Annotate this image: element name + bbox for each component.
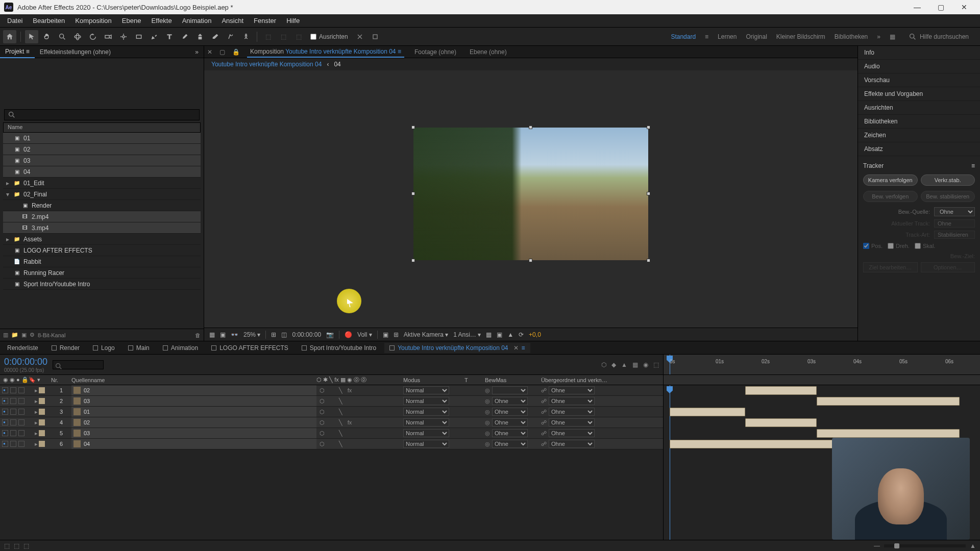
zoom-dropdown[interactable]: 25% ▾ [243,331,260,338]
type-tool-icon[interactable] [163,30,176,43]
timeline-tab[interactable]: LOGO AFTER EFFECTS [206,343,293,353]
warp-stabilizer-button[interactable]: Verkr.stab. [921,174,975,186]
menu-layer[interactable]: Ebene [117,15,146,27]
resize-handle[interactable] [647,259,650,262]
layer-row[interactable]: ▸ 4 02 ⬡╲fx Normal ◎Ohne ☍Ohne [0,417,663,428]
orbit-tool-icon[interactable] [71,30,84,43]
hide-shy-icon[interactable]: ▲ [621,361,627,368]
timeline-tab[interactable]: Youtube Intro verknüpfte Komposition 04 … [384,343,530,353]
timeline-tab[interactable]: Animation [158,343,203,353]
grid-icon[interactable]: ⊞ [394,331,399,338]
toggle-mask-icon[interactable]: ▣ [220,331,226,338]
timeline-tab[interactable]: Renderliste [2,343,43,353]
toggle-in-out-icon[interactable]: ⬚ [23,542,29,549]
timeline-tracks[interactable]: 0s01s02s03s04s05s06s [664,355,980,540]
resize-handle[interactable] [411,126,415,129]
selection-tool-icon[interactable] [25,30,38,43]
layer-bar[interactable] [670,408,745,416]
menu-animation[interactable]: Animation [177,15,217,27]
menu-edit[interactable]: Bearbeiten [28,15,70,27]
layer-row[interactable]: ▸ 3 01 ⬡╲ Normal ◎Ohne ☍Ohne [0,407,663,417]
time-ruler[interactable]: 0s01s02s03s04s05s06s [664,355,980,375]
layer-row[interactable]: ▸ 5 03 ⬡╲ Normal ◎Ohne ☍Ohne [0,428,663,439]
project-item[interactable]: ▣02 [3,144,201,155]
layer-tab[interactable]: Ebene (ohne) [467,47,510,57]
workspace-grid-icon[interactable]: ▦ [890,33,895,40]
toggle-modes-icon[interactable]: ⬚ [14,542,19,549]
timeline-tab[interactable]: Logo [88,343,120,353]
roto-brush-tool-icon[interactable] [224,30,237,43]
mode-column-header[interactable]: Modus [403,377,464,383]
brush-tool-icon[interactable] [178,30,191,43]
3d-icon[interactable]: ▲ [507,331,513,338]
frame-blend-icon[interactable]: ▦ [632,361,638,368]
draft-3d-icon[interactable]: ◆ [611,361,616,368]
channel-icon[interactable]: 🔴 [345,331,352,338]
exposure-value[interactable]: +0,0 [529,331,541,338]
crumb-current[interactable]: 04 [334,61,340,68]
roi-icon[interactable]: ◫ [281,331,287,338]
hand-tool-icon[interactable] [40,30,54,43]
project-item[interactable]: ▣LOGO AFTER EFFECTS [3,245,201,256]
project-item[interactable]: ▣Render [3,200,201,211]
project-item[interactable]: ▣03 [3,155,201,166]
layer-row[interactable]: ▸ 1 02 ⬡╲fx Normal ◎ ☍Ohne [0,385,663,396]
world-axis-icon[interactable]: ⬚ [277,30,290,43]
layer-bounding-box[interactable] [413,128,648,260]
playhead[interactable] [670,355,670,374]
viewer-lock-icon[interactable]: ▢ [219,48,225,56]
project-tab[interactable]: Projekt ≡ [0,46,35,58]
graph-editor-icon[interactable]: ⬚ [653,361,659,368]
interpret-footage-icon[interactable]: ▥ [3,332,8,338]
new-comp-icon[interactable]: ▣ [21,332,27,338]
resize-handle[interactable] [529,126,532,129]
new-folder-icon[interactable]: 📁 [11,332,18,338]
layer-bar[interactable] [817,397,960,406]
camera-tool-icon[interactable] [102,30,115,43]
menu-view[interactable]: Ansicht [216,15,249,27]
effects-panel-header[interactable]: Effekte und Vorgaben [858,87,980,101]
snapping-checkbox[interactable]: Ausrichten [310,33,348,40]
delete-icon[interactable]: 🗑 [195,332,201,338]
layer-bar[interactable] [817,429,960,438]
track-matte-column-header[interactable]: BewMas [485,377,541,383]
toggle-alpha-icon[interactable]: ▦ [209,331,215,338]
timeline-tab[interactable]: Sport Intro/Youtube Intro [297,343,381,353]
resolution-dropdown[interactable]: Voll ▾ [357,331,372,338]
views-dropdown[interactable]: 1 Ansi… ▾ [453,331,481,338]
preview-panel-header[interactable]: Vorschau [858,73,980,87]
resize-handle[interactable] [411,192,415,195]
home-icon[interactable] [3,30,16,43]
crumb-parent[interactable]: Youtube Intro verknüpfte Komposition 04 [211,61,322,68]
workspace-original[interactable]: Original [746,33,767,40]
timeline-tab[interactable]: Render [46,343,85,353]
index-column-header[interactable]: Nr. [51,377,71,383]
menu-help[interactable]: Hilfe [281,15,305,27]
workspace-libraries[interactable]: Bibliotheken [835,33,868,40]
project-item-list[interactable]: ▣01▣02▣03▣04▸📁01_Edit▾📁02_Final▣Render🎞2… [3,133,201,329]
project-search-input[interactable] [4,109,200,120]
timeline-tab[interactable]: Main [123,343,155,353]
local-axis-icon[interactable]: ⬚ [261,30,275,43]
clone-stamp-tool-icon[interactable] [193,30,207,43]
paragraph-panel-header[interactable]: Absatz [858,142,980,156]
pixel-aspect-icon[interactable]: ▦ [486,331,492,338]
info-panel-header[interactable]: Info [858,46,980,60]
zoom-tool-icon[interactable] [56,30,69,43]
minimize-button[interactable]: — [905,0,929,14]
close-button[interactable]: ✕ [952,0,976,14]
layer-row[interactable]: ▸ 6 04 ⬡╲ Normal ◎Ohne ☍Ohne [0,439,663,449]
source-name-column-header[interactable]: Quellenname [71,377,316,383]
current-time-display[interactable]: 0:00:00:00 [292,331,321,338]
audio-panel-header[interactable]: Audio [858,60,980,73]
resize-handle[interactable] [647,126,650,129]
switches-column-header[interactable]: ⬡ ✱ ╲ fx ▦ ◉ ⓪ ⓪ [316,376,403,384]
workspace-small-screen[interactable]: Kleiner Bildschirm [776,33,825,40]
default-mode-icon[interactable] [369,30,382,43]
av-column-header[interactable]: ◉ ◉ ● 🔒 [0,377,29,383]
project-bits-label[interactable]: 8-Bit-Kanal [38,332,65,338]
zoom-in-icon[interactable]: ▲ [970,542,976,549]
project-column-name[interactable]: Name [3,122,201,133]
workspace-overflow-icon[interactable]: » [877,33,880,40]
motion-source-dropdown[interactable]: Ohne [934,207,975,216]
